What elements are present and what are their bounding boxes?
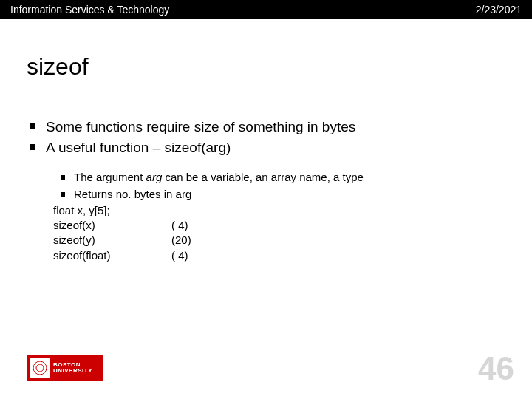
header-date: 2/23/2021 bbox=[476, 4, 522, 16]
code-block: float x, y[5]; sizeof(x) ( 4) sizeof(y) … bbox=[53, 203, 532, 263]
square-bullet-icon bbox=[61, 192, 65, 197]
boston-university-logo: BOSTON UNIVERSITY bbox=[27, 355, 103, 381]
square-bullet-icon bbox=[61, 175, 65, 180]
header-bar: Information Services & Technology 2/23/2… bbox=[0, 0, 532, 19]
logo-seal-icon bbox=[30, 358, 50, 378]
logo-text: BOSTON UNIVERSITY bbox=[53, 362, 92, 375]
code-expr: sizeof(float) bbox=[53, 248, 171, 263]
page-number: 46 bbox=[478, 350, 514, 387]
square-bullet-icon bbox=[30, 144, 35, 150]
bullet-item: Some functions require size of something… bbox=[30, 117, 532, 137]
code-result: (20) bbox=[171, 233, 191, 248]
code-result: ( 4) bbox=[171, 218, 188, 233]
sub-bullet-item: Returns no. bytes in arg bbox=[53, 187, 532, 202]
code-line: sizeof(y) (20) bbox=[53, 233, 532, 248]
code-expr: sizeof(x) bbox=[53, 218, 171, 233]
sub-bullet-item: The argument arg can be a variable, an a… bbox=[53, 170, 532, 185]
code-line: sizeof(x) ( 4) bbox=[53, 218, 532, 233]
bullet-item: A useful function – sizeof(arg) bbox=[30, 138, 532, 157]
sub-bullet-text: Returns no. bytes in arg bbox=[74, 187, 191, 202]
svg-point-1 bbox=[36, 364, 44, 372]
header-left: Information Services & Technology bbox=[10, 4, 169, 16]
code-expr: sizeof(y) bbox=[53, 233, 171, 248]
bullet-text: A useful function – sizeof(arg) bbox=[46, 138, 231, 157]
square-bullet-icon bbox=[30, 123, 35, 129]
main-bullet-list: Some functions require size of something… bbox=[30, 117, 532, 157]
code-result: ( 4) bbox=[171, 248, 188, 263]
sub-bullet-text: The argument arg can be a variable, an a… bbox=[74, 170, 364, 185]
slide-title: sizeof bbox=[27, 53, 532, 81]
bullet-text: Some functions require size of something… bbox=[46, 117, 355, 137]
sub-bullet-list: The argument arg can be a variable, an a… bbox=[53, 170, 532, 202]
code-line: sizeof(float) ( 4) bbox=[53, 248, 532, 263]
code-line: float x, y[5]; bbox=[53, 203, 532, 218]
svg-point-0 bbox=[33, 361, 47, 375]
